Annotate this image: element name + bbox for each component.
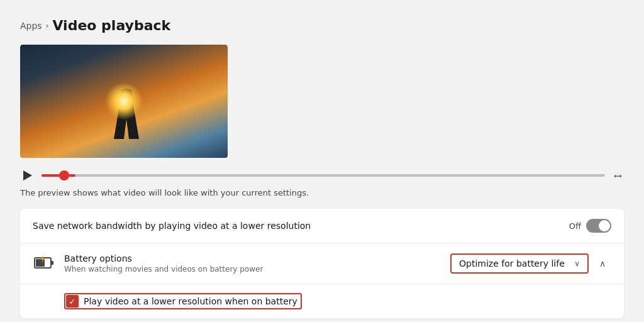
checkmark-icon: ✓ [69,297,76,306]
slider-thumb[interactable] [59,170,69,180]
battery-options-row: Battery options When watching movies and… [20,243,624,284]
checkbox-outer-border: ✓ Play video at a lower resolution when … [64,293,302,309]
breadcrumb-apps[interactable]: Apps [20,21,42,31]
bandwidth-toggle-label: Off [569,221,581,231]
checkbox-label[interactable]: ✓ Play video at a lower resolution when … [64,293,611,309]
battery-dropdown[interactable]: Optimize for battery life ∨ [450,253,589,274]
video-container [20,45,228,158]
bandwidth-toggle-area: Off [569,219,611,233]
battery-text-block: Battery options When watching movies and… [64,253,263,274]
expand-icon: ⤢ [611,169,625,183]
battery-options-title: Battery options [64,253,263,264]
settings-card: Save network bandwidth by playing video … [20,209,624,318]
battery-options-subtitle: When watching movies and videos on batte… [64,265,263,274]
checkbox[interactable]: ✓ [66,295,79,308]
bandwidth-row: Save network bandwidth by playing video … [20,209,624,243]
svg-rect-1 [51,261,53,265]
checkbox-row: ✓ Play video at a lower resolution when … [20,284,624,318]
bandwidth-label: Save network bandwidth by playing video … [33,221,311,231]
preview-description: The preview shows what video will look l… [20,188,624,197]
battery-right: Optimize for battery life ∨ ∧ [450,253,611,274]
video-thumbnail [20,45,228,158]
toggle-knob [599,220,610,231]
battery-svg-icon [34,255,54,272]
chevron-down-icon: ∨ [574,259,580,268]
battery-icon [33,252,55,275]
dropdown-value: Optimize for battery life [459,258,565,269]
sun-glow [105,82,143,120]
breadcrumb-chevron: › [46,21,49,30]
battery-collapse-button[interactable]: ∧ [594,255,611,272]
chevron-up-icon: ∧ [599,258,606,269]
play-button[interactable] [20,168,35,183]
battery-left: Battery options When watching movies and… [33,252,263,275]
video-controls: ⤢ [20,164,624,188]
play-icon [23,170,32,180]
bandwidth-toggle[interactable] [586,219,611,233]
expand-button[interactable]: ⤢ [611,169,624,182]
video-slider[interactable] [42,174,605,177]
page-title: Video playback [52,18,170,33]
checkbox-text: Play video at a lower resolution when on… [84,296,297,306]
breadcrumb: Apps › Video playback [20,18,624,33]
